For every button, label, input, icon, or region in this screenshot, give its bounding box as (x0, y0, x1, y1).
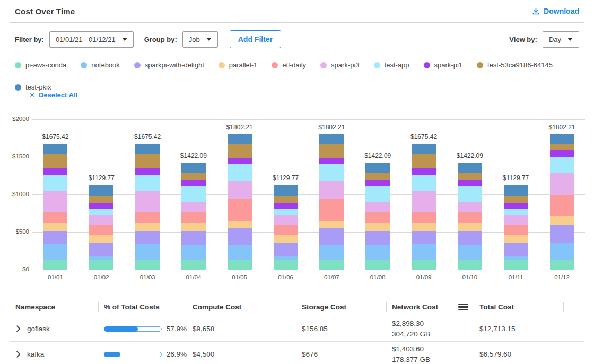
stacked-bar[interactable] (504, 185, 528, 270)
bar-segment-spark-pi1[interactable] (135, 168, 160, 175)
bar-segment-test-53ca9186-64145[interactable] (550, 144, 574, 150)
bar-segment-spark-pi1[interactable] (319, 158, 344, 164)
bar-segment-test-app[interactable] (365, 186, 390, 202)
column-header-storage-cost[interactable]: Storage Cost (296, 298, 386, 316)
stacked-bar[interactable] (181, 163, 206, 270)
bar-segment-spark-pi3[interactable] (274, 215, 298, 225)
bar-segment-etl-daily[interactable] (89, 225, 113, 236)
column-header-total-cost[interactable]: Total Cost (474, 298, 563, 316)
bar-segment-spark-pi3[interactable] (504, 215, 528, 225)
legend-item-spark-pi1[interactable]: spark-pi1 (424, 61, 462, 69)
stacked-bar[interactable] (43, 144, 67, 270)
bar-segment-test-pkix[interactable] (228, 134, 252, 144)
bar-segment-spark-pi1[interactable] (274, 203, 298, 209)
bar-segment-test-53ca9186-64145[interactable] (458, 173, 482, 181)
bar-segment-test-53ca9186-64145[interactable] (228, 144, 252, 158)
column-header-compute-cost[interactable]: Compute Cost (187, 298, 296, 316)
bar-segment-test-app[interactable] (458, 186, 482, 202)
bar-segment-pi-aws-conda[interactable] (412, 260, 436, 270)
bar-segment-pi-aws-conda[interactable] (504, 260, 528, 270)
bar-segment-sparkpi-with-delight[interactable] (274, 243, 298, 257)
bar-segment-sparkpi-with-delight[interactable] (135, 231, 160, 244)
view-by-select[interactable]: Day (543, 31, 579, 48)
bar-segment-spark-pi3[interactable] (550, 173, 574, 195)
download-button[interactable]: Download (532, 7, 579, 15)
bar-segment-sparkpi-with-delight[interactable] (458, 231, 482, 245)
bar-segment-pi-aws-conda[interactable] (181, 260, 206, 270)
bar-segment-spark-pi1[interactable] (365, 180, 390, 186)
bar-segment-test-pkix[interactable] (274, 185, 298, 196)
bar-segment-spark-pi3[interactable] (228, 181, 252, 199)
bar-segment-sparkpi-with-delight[interactable] (412, 231, 436, 244)
bar-segment-parallel-1[interactable] (412, 223, 436, 232)
bar-segment-parallel-1[interactable] (504, 235, 528, 243)
bar-segment-parallel-1[interactable] (458, 223, 482, 231)
bar-segment-etl-daily[interactable] (504, 225, 528, 236)
stacked-bar[interactable] (412, 144, 436, 270)
bar-segment-etl-daily[interactable] (274, 225, 298, 236)
bar-segment-parallel-1[interactable] (135, 223, 160, 232)
bar-segment-sparkpi-with-delight[interactable] (319, 228, 344, 245)
bar-segment-spark-pi3[interactable] (365, 202, 390, 212)
add-filter-button[interactable]: Add Filter (230, 30, 281, 48)
bar-segment-pi-aws-conda[interactable] (458, 260, 482, 270)
bar-segment-parallel-1[interactable] (550, 216, 574, 225)
bar-segment-test-53ca9186-64145[interactable] (181, 173, 206, 181)
bar-segment-spark-pi1[interactable] (43, 168, 67, 175)
bar-segment-test-pkix[interactable] (550, 134, 574, 144)
bar-segment-spark-pi3[interactable] (135, 191, 160, 212)
bar-segment-etl-daily[interactable] (228, 199, 252, 222)
bar-segment-etl-daily[interactable] (365, 212, 390, 223)
stacked-bar[interactable] (135, 144, 160, 270)
namespace-cell[interactable]: goflask (10, 325, 98, 333)
legend-item-parallel-1[interactable]: parallel-1 (219, 61, 257, 69)
bar-segment-etl-daily[interactable] (412, 212, 436, 223)
bar-segment-test-app[interactable] (89, 209, 113, 215)
bar-segment-parallel-1[interactable] (89, 235, 113, 243)
bar-segment-notebook[interactable] (550, 243, 574, 260)
bar-segment-sparkpi-with-delight[interactable] (181, 231, 206, 245)
bar-segment-notebook[interactable] (43, 244, 67, 260)
bar-segment-pi-aws-conda[interactable] (365, 260, 390, 270)
bar-segment-spark-pi1[interactable] (504, 203, 528, 209)
bar-segment-test-pkix[interactable] (181, 163, 206, 173)
stacked-bar[interactable] (228, 134, 252, 270)
bar-segment-test-app[interactable] (550, 157, 574, 173)
bar-segment-spark-pi3[interactable] (181, 202, 206, 212)
bar-segment-spark-pi3[interactable] (43, 191, 67, 212)
column-header-percent-of-total-costs[interactable]: % of Total Costs (98, 298, 187, 316)
table-row-kafka[interactable]: kafka26.9%$4,500$676$1,403.60178,377 GB$… (10, 342, 584, 364)
bar-segment-parallel-1[interactable] (228, 221, 252, 228)
bar-segment-notebook[interactable] (319, 245, 344, 260)
bar-segment-notebook[interactable] (181, 245, 206, 260)
legend-item-test-pkix[interactable]: test-pkix (15, 83, 51, 91)
bar-segment-spark-pi1[interactable] (89, 203, 113, 209)
bar-segment-test-pkix[interactable] (412, 144, 436, 154)
bar-segment-test-pkix[interactable] (504, 185, 528, 196)
bar-segment-test-pkix[interactable] (458, 163, 482, 173)
bar-segment-sparkpi-with-delight[interactable] (365, 231, 390, 245)
table-row-goflask[interactable]: goflask57.9%$9,658$156.85$2,898.30304,72… (10, 316, 584, 342)
bar-segment-test-53ca9186-64145[interactable] (504, 196, 528, 204)
bar-segment-spark-pi3[interactable] (412, 191, 436, 212)
legend-item-spark-pi3[interactable]: spark-pi3 (320, 61, 359, 69)
stacked-bar[interactable] (550, 134, 574, 270)
column-header-network-cost[interactable]: Network Cost (386, 298, 474, 316)
bar-segment-test-app[interactable] (43, 175, 67, 191)
group-by-select[interactable]: Job (182, 31, 218, 48)
bar-segment-sparkpi-with-delight[interactable] (550, 225, 574, 243)
bar-segment-spark-pi3[interactable] (89, 215, 113, 225)
bar-segment-parallel-1[interactable] (274, 235, 298, 243)
column-header-namespace[interactable]: Namespace (10, 298, 98, 316)
bar-segment-spark-pi3[interactable] (319, 181, 344, 199)
bar-segment-pi-aws-conda[interactable] (135, 260, 160, 270)
bar-segment-pi-aws-conda[interactable] (89, 260, 113, 270)
bar-segment-etl-daily[interactable] (135, 212, 160, 223)
namespace-cell[interactable]: kafka (10, 350, 98, 358)
bar-segment-etl-daily[interactable] (181, 212, 206, 223)
bar-segment-test-pkix[interactable] (135, 144, 160, 154)
legend-item-etl-daily[interactable]: etl-daily (272, 61, 306, 69)
bar-segment-sparkpi-with-delight[interactable] (228, 228, 252, 245)
chevron-right-icon[interactable] (15, 351, 21, 358)
stacked-bar[interactable] (458, 163, 482, 270)
